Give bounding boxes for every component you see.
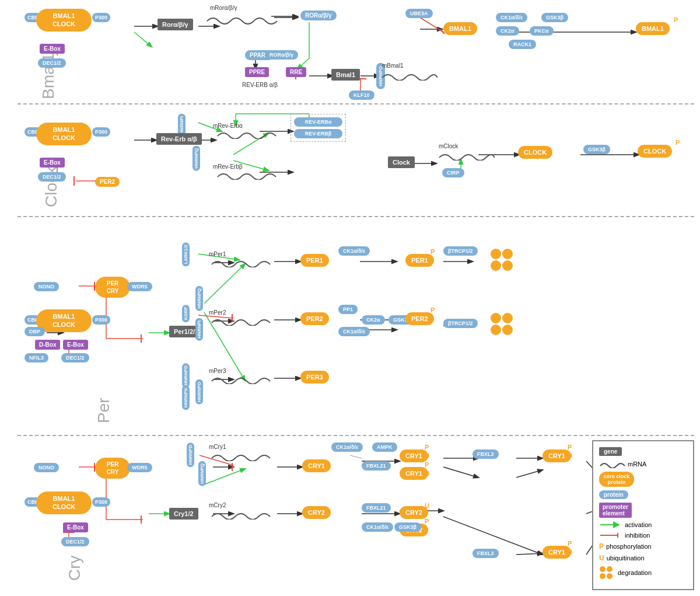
rev-erb-gene-clock: Rev-Erb α/β [156, 133, 202, 145]
ebox-promoter-bmal1: E-Box [40, 44, 65, 54]
wdr5-cry: WDR5 [127, 463, 152, 472]
clock-p-badge: P [676, 139, 680, 146]
legend-gene-box: gene [599, 447, 622, 456]
svg-line-78 [516, 470, 542, 478]
cry1-u-badge: U [425, 452, 429, 459]
cry1-bottom-final: CRY1 [542, 546, 571, 559]
legend-mrna-label: mRNA [628, 461, 646, 468]
mcry1-mrna [209, 451, 273, 461]
dec12-per: DEC1/2 [61, 353, 89, 363]
mbmal1-label: mBmal1 [382, 62, 404, 69]
legend-deg-item: degradation [599, 566, 687, 580]
per2-protein: PER2 [300, 312, 329, 325]
legend-activation-arrow [599, 521, 622, 528]
ck1-per1: CK1α/δ/ε [338, 246, 370, 256]
bmal1-clock-complex-clock: BMAL1CLOCK [36, 123, 92, 145]
legend-protein-box: protein [599, 490, 628, 499]
gsk3b-bmal1: GSK3β [541, 13, 568, 22]
mclock-label: mClock [439, 143, 458, 149]
cry1-protein-lower: CRY1 [400, 467, 428, 480]
p300-cry: P300 [92, 497, 110, 507]
legend-phospho-label: phosphorylation [606, 543, 652, 550]
dbox-per: D-Box [35, 340, 60, 350]
legend-inhibition-label: inhibition [625, 532, 650, 539]
clock-phospho: CLOCK [638, 145, 672, 158]
hnrnpq-per: HNRNPQ [195, 286, 203, 311]
ksrp-per: KSRP [182, 305, 190, 322]
cry2-protein: CRY2 [302, 506, 331, 519]
pp1-per2: PP1 [338, 305, 358, 314]
legend-ubiq-label: ubiquitination [607, 555, 645, 562]
dbp-per: DBP [24, 327, 45, 336]
legend-phospho-item: P phosphorylation [599, 542, 687, 550]
svg-line-7 [134, 32, 152, 47]
bmal1-phospho: BMAL1 [636, 22, 670, 35]
clock-gene: Clock [388, 156, 415, 168]
fbxl21-cry1: FBXL21 [362, 461, 391, 470]
legend-mrna-item: mRNA [599, 459, 687, 468]
rora-arrow-bmal1 [274, 12, 303, 23]
legend-core-box: core clockprotein [599, 472, 634, 487]
fbxl3-cry1: FBXL3 [473, 449, 499, 459]
ck2a-bmal1: CK2α [496, 26, 519, 36]
hnrnpq-clock: HNRNPQ [192, 146, 200, 171]
per1-protein: PER1 [300, 254, 329, 267]
legend-activation-item: activation [599, 521, 687, 528]
ube3a-protein: UBE3A [405, 9, 433, 18]
divider-clock-per [18, 216, 694, 217]
nono-per: NONO [34, 282, 59, 291]
legend-gene-item: gene [599, 447, 687, 456]
ck1-cry2: CK1α/δ/ε [362, 522, 393, 532]
per1-phospho: PER1 [405, 254, 434, 267]
rev-erbb-protein: REV-ERBβ [294, 129, 342, 138]
lark-per: LARK1/2 [182, 242, 190, 266]
hnrnpi-per: HNRNPI [195, 318, 203, 341]
svg-line-92 [516, 553, 542, 555]
bmal1-gene: Bmal1 [331, 69, 360, 81]
rev-erb-dashed-box: REV-ERBα REV-ERBβ [290, 114, 346, 142]
cry1-bottom-p: P [568, 540, 572, 547]
per1-degradation [490, 248, 514, 271]
svg-line-14 [420, 18, 443, 32]
ck1-bmal1: CK1α/δ/ε [496, 13, 527, 22]
legend-promoter-box: promoterelement [599, 503, 632, 518]
divider-per-cry [18, 435, 694, 436]
per-cry-complex-cry: PERCRY [95, 458, 130, 479]
dec12-protein-clock: DEC1/2 [38, 172, 66, 182]
mcry2-mrna [209, 509, 273, 520]
svg-line-82 [204, 469, 245, 485]
cry1-phospho-u: CRY1 [400, 449, 428, 462]
bmal1-clock-complex-bmal1: BMAL1CLOCK [36, 9, 92, 32]
dec12-protein-bmal1: DEC1/2 [38, 58, 66, 68]
nfil3-per: NFIL3 [24, 353, 48, 363]
fbxl21-cry2: FBXL21 [362, 503, 391, 513]
mcry1-label: mCry1 [209, 444, 226, 450]
mper2-mrna [209, 315, 273, 326]
rora-mrna-bmal1 [204, 11, 280, 25]
rev-erb-label: REV-ERB α/β [242, 82, 278, 88]
mper1-mrna [209, 257, 273, 267]
legend-deg-label: degradation [618, 569, 652, 576]
hnrnpo-per: HNRNPO [195, 379, 203, 405]
mcry2-label: mCry2 [209, 502, 226, 508]
p300-protein-clock: P300 [92, 127, 110, 137]
ck2a-per2: CK2α [362, 315, 385, 325]
legend-deg-dots [599, 566, 615, 580]
cry1-p-badge: P [425, 444, 429, 451]
divider-bmal1-clock [18, 103, 694, 104]
clock-protein: CLOCK [518, 146, 552, 159]
rre-promoter: RRE [286, 67, 306, 77]
per-cry-complex-per: PERCRY [95, 277, 130, 298]
dec12-cry: DEC1/2 [61, 537, 89, 546]
klf10-protein: KLF10 [349, 90, 374, 100]
main-diagram: Bmal1 Clock Per Cry CBP BMAL1CLOCK P300 … [0, 0, 700, 596]
cry1-final: CRY1 [542, 449, 571, 462]
mrev-erba-mrna [215, 128, 279, 139]
legend-ubiq-item: U ubiquitination [599, 554, 687, 562]
ebox-per: E-Box [63, 340, 88, 350]
btrcp-per1: βTRCP1/2 [443, 246, 478, 256]
ck1-cry1: CK1α/δ/ε [331, 442, 363, 452]
ebox-promoter-clock: E-Box [40, 158, 65, 168]
rora-mrna-label-bmal1: mRorα/β/γ [210, 5, 237, 11]
legend-core-item: core clockprotein [599, 472, 687, 487]
